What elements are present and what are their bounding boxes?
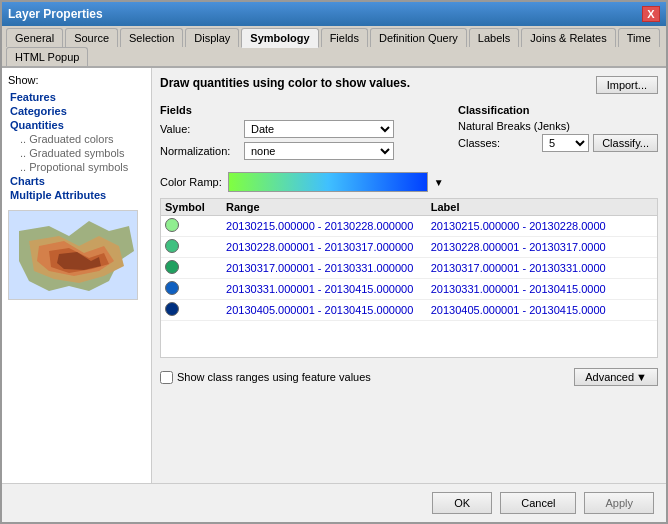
import-button[interactable]: Import... <box>596 76 658 94</box>
label-cell: 20130215.000000 - 20130228.0000 <box>427 216 657 237</box>
value-select[interactable]: Date <box>244 120 394 138</box>
tab-display[interactable]: Display <box>185 28 239 47</box>
cancel-button[interactable]: Cancel <box>500 492 576 514</box>
fields-group: Fields Value: Date Normalization: none <box>160 104 438 164</box>
symbol-table: Symbol Range Label 20130215.000000 - 201… <box>161 199 657 321</box>
symbol-dot <box>165 218 179 232</box>
tab-source[interactable]: Source <box>65 28 118 47</box>
show-label: Show: <box>8 74 145 86</box>
map-preview <box>8 210 138 300</box>
label-cell: 20130228.000001 - 20130317.0000 <box>427 237 657 258</box>
classify-button[interactable]: Classify... <box>593 134 658 152</box>
draw-title: Draw quantities using color to show valu… <box>160 76 410 90</box>
tab-selection[interactable]: Selection <box>120 28 183 47</box>
sidebar-item-multiple-attributes[interactable]: Multiple Attributes <box>8 188 145 202</box>
classification-group: Classification Natural Breaks (Jenks) Cl… <box>458 104 658 164</box>
value-label: Value: <box>160 123 240 135</box>
symbol-cell <box>161 258 222 279</box>
label-cell: 20130331.000001 - 20130415.0000 <box>427 279 657 300</box>
apply-button[interactable]: Apply <box>584 492 654 514</box>
close-button[interactable]: X <box>642 6 660 22</box>
left-panel: Show: Features Categories Quantities Gra… <box>2 68 152 483</box>
advanced-button[interactable]: Advanced ▼ <box>574 368 658 386</box>
range-cell: 20130215.000000 - 20130228.000000 <box>222 216 427 237</box>
symbol-dot <box>165 302 179 316</box>
normalization-label: Normalization: <box>160 145 240 157</box>
tab-html-popup[interactable]: HTML Popup <box>6 47 88 66</box>
symbol-cell <box>161 216 222 237</box>
sidebar-item-features[interactable]: Features <box>8 90 145 104</box>
table-row[interactable]: 20130317.000001 - 20130331.0000002013031… <box>161 258 657 279</box>
sidebar-item-categories[interactable]: Categories <box>8 104 145 118</box>
sidebar-item-proportional-symbols[interactable]: Propotional symbols <box>8 160 145 174</box>
tab-symbology[interactable]: Symbology <box>241 28 318 48</box>
fields-label: Fields <box>160 104 438 116</box>
fields-classification-section: Fields Value: Date Normalization: none <box>160 104 658 164</box>
range-cell: 20130228.000001 - 20130317.000000 <box>222 237 427 258</box>
title-bar: Layer Properties X <box>2 2 666 26</box>
tab-time[interactable]: Time <box>618 28 660 47</box>
show-list: Features Categories Quantities Graduated… <box>8 90 145 202</box>
color-ramp-dropdown-icon[interactable]: ▼ <box>434 177 444 188</box>
range-cell: 20130405.000001 - 20130415.000000 <box>222 300 427 321</box>
advanced-label: Advanced <box>585 371 634 383</box>
label-cell: 20130405.000001 - 20130415.0000 <box>427 300 657 321</box>
classes-row: Classes: 5 Classify... <box>458 134 658 152</box>
sidebar-item-graduated-colors[interactable]: Graduated colors <box>8 132 145 146</box>
main-content: Show: Features Categories Quantities Gra… <box>2 68 666 483</box>
show-class-ranges-row: Show class ranges using feature values <box>160 371 371 384</box>
tabs-bar: General Source Selection Display Symbolo… <box>2 26 666 68</box>
range-cell: 20130331.000001 - 20130415.000000 <box>222 279 427 300</box>
tab-definition-query[interactable]: Definition Query <box>370 28 467 47</box>
show-class-ranges-checkbox[interactable] <box>160 371 173 384</box>
normalization-select[interactable]: none <box>244 142 394 160</box>
tab-labels[interactable]: Labels <box>469 28 519 47</box>
symbol-dot <box>165 281 179 295</box>
classes-select[interactable]: 5 <box>542 134 589 152</box>
tab-joins-relates[interactable]: Joins & Relates <box>521 28 615 47</box>
symbol-table-container[interactable]: Symbol Range Label 20130215.000000 - 201… <box>160 198 658 358</box>
tab-fields[interactable]: Fields <box>321 28 368 47</box>
value-row: Value: Date <box>160 120 438 138</box>
symbol-cell <box>161 237 222 258</box>
bottom-row: Show class ranges using feature values A… <box>160 368 658 386</box>
tab-general[interactable]: General <box>6 28 63 47</box>
classes-label: Classes: <box>458 137 538 149</box>
sidebar-item-charts[interactable]: Charts <box>8 174 145 188</box>
classification-method: Natural Breaks (Jenks) <box>458 120 658 132</box>
layer-properties-window: Layer Properties X General Source Select… <box>0 0 668 524</box>
classification-label: Classification <box>458 104 658 116</box>
symbol-cell <box>161 279 222 300</box>
table-row[interactable]: 20130228.000001 - 20130317.0000002013022… <box>161 237 657 258</box>
window-title: Layer Properties <box>8 7 103 21</box>
color-ramp-label: Color Ramp: <box>160 176 222 188</box>
col-range: Range <box>222 199 427 216</box>
map-svg <box>9 211 138 300</box>
sidebar-item-graduated-symbols[interactable]: Graduated symbols <box>8 146 145 160</box>
color-ramp-bar[interactable] <box>228 172 428 192</box>
symbol-dot <box>165 239 179 253</box>
ok-button[interactable]: OK <box>432 492 492 514</box>
footer: OK Cancel Apply <box>2 483 666 522</box>
label-cell: 20130317.000001 - 20130331.0000 <box>427 258 657 279</box>
sidebar-item-quantities[interactable]: Quantities <box>8 118 145 132</box>
color-ramp-row: Color Ramp: ▼ <box>160 172 658 192</box>
right-panel: Draw quantities using color to show valu… <box>152 68 666 483</box>
table-row[interactable]: 20130405.000001 - 20130415.0000002013040… <box>161 300 657 321</box>
col-label: Label <box>427 199 657 216</box>
table-row[interactable]: 20130215.000000 - 20130228.0000002013021… <box>161 216 657 237</box>
symbol-cell <box>161 300 222 321</box>
symbol-dot <box>165 260 179 274</box>
col-symbol: Symbol <box>161 199 222 216</box>
show-class-ranges-label: Show class ranges using feature values <box>177 371 371 383</box>
range-cell: 20130317.000001 - 20130331.000000 <box>222 258 427 279</box>
table-row[interactable]: 20130331.000001 - 20130415.0000002013033… <box>161 279 657 300</box>
advanced-dropdown-icon: ▼ <box>636 371 647 383</box>
normalization-row: Normalization: none <box>160 142 438 160</box>
